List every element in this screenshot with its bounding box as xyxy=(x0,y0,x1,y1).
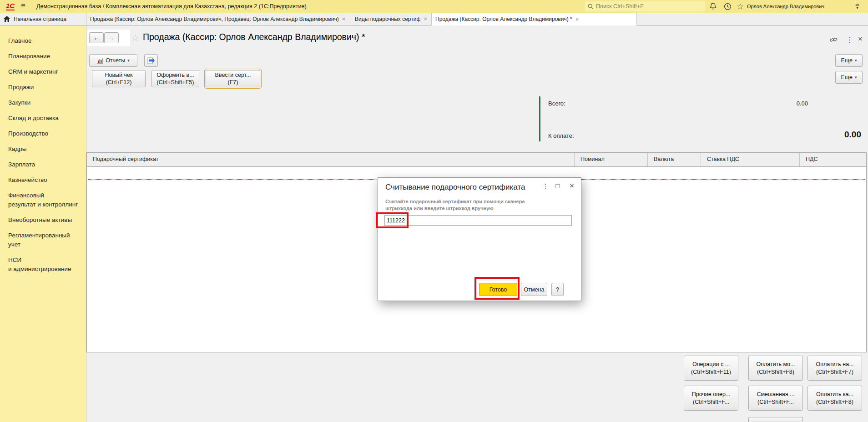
tabbar: Начальная страница Продажа (Кассир: Орло… xyxy=(0,13,868,25)
more-label: Еще xyxy=(841,74,853,80)
notifications-bell-icon[interactable] xyxy=(708,2,718,11)
sidebar-item-treasury[interactable]: Казначейство xyxy=(0,172,86,188)
enter-certificate-button[interactable]: Ввести серт... (F7) xyxy=(206,70,260,87)
button-shortcut: (Ctrl+Shift+F5) xyxy=(157,79,194,86)
partial-button xyxy=(748,417,803,422)
current-user[interactable]: Орлов Александр Владимирович xyxy=(747,4,824,9)
chevron-down-icon: ▾ xyxy=(855,75,857,80)
button-shortcut: (Ctrl+Shift+F7) xyxy=(816,368,853,376)
sidebar-item-nsi-administration[interactable]: НСИ и администрирование xyxy=(0,252,86,277)
help-label: ? xyxy=(556,286,559,293)
1c-logo-icon: 1С xyxy=(6,2,15,10)
report-chart-icon xyxy=(97,58,103,64)
column-header-nominal[interactable]: Номинал xyxy=(575,153,648,166)
back-button[interactable]: ← xyxy=(89,32,104,43)
dialog-maximize-icon[interactable]: □ xyxy=(555,182,560,190)
titlebar: 1С ≡ Демонстрационная база / Комплексная… xyxy=(0,0,868,13)
chevron-down-icon: ▾ xyxy=(855,58,857,63)
mixed-payment-button[interactable]: Смешанная ... (Ctrl+Shift+F... xyxy=(748,386,803,411)
certificate-operations-button[interactable]: Операции с ... (Ctrl+Shift+F11) xyxy=(684,356,738,381)
button-shortcut: (Ctrl+Shift+F11) xyxy=(691,368,731,376)
export-document-button[interactable] xyxy=(144,54,158,67)
close-tab-icon[interactable]: × xyxy=(424,15,427,22)
export-arrow-icon xyxy=(147,57,155,64)
read-gift-certificate-dialog: Считывание подарочного сертификата ⋮ □ ×… xyxy=(378,177,581,301)
tab-gift-certificate-types[interactable]: Виды подарочных сертификатов × xyxy=(351,13,431,25)
sidebar-item-planning[interactable]: Планирование xyxy=(0,49,86,64)
search-icon xyxy=(588,4,594,10)
pay-cash-button[interactable]: Оплатить на... (Ctrl+Shift+F7) xyxy=(807,356,862,381)
global-search-input[interactable]: Поиск Ctrl+Shift+F xyxy=(585,1,705,11)
home-icon xyxy=(4,16,10,22)
sidebar-item-warehouse[interactable]: Склад и доставка xyxy=(0,111,86,126)
close-tab-icon[interactable]: × xyxy=(575,16,579,23)
favorites-star-icon[interactable]: ☆ xyxy=(735,2,745,11)
close-tab-icon[interactable]: × xyxy=(342,15,346,22)
issue-receipt-button[interactable]: Оформить в... (Ctrl+Shift+F5) xyxy=(151,70,199,87)
column-header-vat[interactable]: НДС xyxy=(800,153,866,166)
close-form-icon[interactable]: × xyxy=(858,35,863,44)
sidebar-item-financial-result[interactable]: Финансовый результат и контроллинг xyxy=(0,188,86,212)
cancel-button[interactable]: Отмена xyxy=(521,283,547,296)
history-icon[interactable] xyxy=(722,2,732,11)
done-button[interactable]: Готово xyxy=(479,283,517,296)
help-button[interactable]: ? xyxy=(551,283,564,296)
done-label: Готово xyxy=(490,286,507,293)
totals-divider xyxy=(539,96,540,141)
sidebar-item-regulated-accounting[interactable]: Регламентированный учет xyxy=(0,228,86,252)
button-label: Оформить в... xyxy=(156,71,194,79)
new-receipt-button[interactable]: Новый чек (Ctrl+F12) xyxy=(92,70,146,87)
sidebar-item-crm-marketing[interactable]: CRM и маркетинг xyxy=(0,64,86,80)
column-header-certificate[interactable]: Подарочный сертификат xyxy=(87,153,575,166)
personalization-menu-icon[interactable]: ≡ ▾ xyxy=(855,1,859,10)
dialog-close-icon[interactable]: × xyxy=(570,181,574,191)
amount-due-value: 0.00 xyxy=(728,130,861,140)
tab-sale-cashier-seller[interactable]: Продажа (Кассир: Орлов Александр Владими… xyxy=(86,13,351,25)
chevron-down-icon: ▾ xyxy=(127,58,130,63)
dialog-title: Считывание подарочного сертификата xyxy=(385,183,525,192)
button-shortcut: (Ctrl+Shift+F... xyxy=(757,398,794,406)
tab-sale-active[interactable]: Продажа (Кассир: Орлов Александр Владими… xyxy=(431,13,637,25)
reports-button[interactable]: Отчеты ▾ xyxy=(89,54,137,67)
add-to-favorites-star-icon[interactable]: ☆ xyxy=(131,33,139,43)
pay-bonus-button[interactable]: Оплатить мо... (Ctrl+Shift+F8) xyxy=(748,356,803,381)
tab-label: Виды подарочных сертификатов xyxy=(355,16,420,22)
dialog-menu-dots-icon[interactable]: ⋮ xyxy=(542,183,549,190)
button-label: Прочие опер... xyxy=(692,391,731,398)
column-header-vat-rate[interactable]: Ставка НДС xyxy=(701,153,800,166)
app-window: 1С ≡ Демонстрационная база / Комплексная… xyxy=(0,0,868,422)
forward-button[interactable]: → xyxy=(104,32,119,43)
total-label: Всего: xyxy=(548,100,565,107)
sidebar-item-noncurrent-assets[interactable]: Внеоборотные активы xyxy=(0,212,86,228)
sidebar-item-sales[interactable]: Продажи xyxy=(0,80,86,95)
amount-due-label: К оплате: xyxy=(548,132,574,139)
main-menu-icon[interactable]: ≡ xyxy=(21,1,25,10)
tab-home[interactable]: Начальная страница xyxy=(0,13,86,25)
sidebar-item-purchases[interactable]: Закупки xyxy=(0,95,86,111)
sidebar-item-payroll[interactable]: Зарплата xyxy=(0,157,86,172)
get-link-icon[interactable] xyxy=(830,36,838,43)
page-title: Продажа (Кассир: Орлов Александр Владими… xyxy=(143,32,365,42)
table-header-row: Подарочный сертификат Номинал Валюта Ста… xyxy=(87,153,866,167)
tab-label: Продажа (Кассир: Орлов Александр Владими… xyxy=(435,16,572,22)
cancel-label: Отмена xyxy=(524,286,545,293)
other-operations-button[interactable]: Прочие опер... (Ctrl+Shift+F... xyxy=(684,386,738,411)
form-menu-dots-icon[interactable]: ⋮ xyxy=(846,35,853,44)
more-button-top[interactable]: Еще ▾ xyxy=(835,54,863,67)
more-button-commands[interactable]: Еще ▾ xyxy=(835,71,863,84)
sidebar-item-production[interactable]: Производство xyxy=(0,126,86,141)
column-header-currency[interactable]: Валюта xyxy=(648,153,701,166)
sidebar-item-main[interactable]: Главное xyxy=(0,33,86,49)
dialog-instruction: Считайте подарочный сертификат при помощ… xyxy=(385,198,525,212)
sections-sidebar: Главное Планирование CRM и маркетинг Про… xyxy=(0,25,86,422)
button-label: Оплатить ка... xyxy=(816,391,853,398)
tab-label: Продажа (Кассир: Орлов Александр Владими… xyxy=(90,16,339,22)
pay-card-button[interactable]: Оплатить ка... (Ctrl+Shift+F8) xyxy=(807,386,862,411)
sidebar-item-hr[interactable]: Кадры xyxy=(0,141,86,157)
button-label: Оплатить на... xyxy=(816,361,853,368)
barcode-input[interactable] xyxy=(384,215,572,226)
button-shortcut: (F7) xyxy=(228,79,238,86)
search-placeholder: Поиск Ctrl+Shift+F xyxy=(596,3,644,10)
total-value: 0.00 xyxy=(728,100,808,107)
more-label: Еще xyxy=(841,57,853,64)
